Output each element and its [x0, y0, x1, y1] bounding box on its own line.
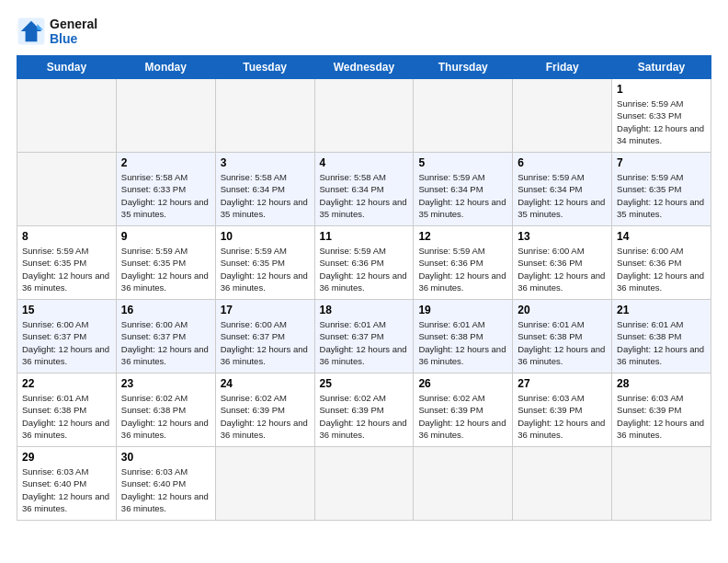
calendar-day-cell: 17Sunrise: 6:00 AMSunset: 6:37 PMDayligh… — [215, 300, 314, 373]
day-info: Sunrise: 6:01 AMSunset: 6:38 PMDaylight:… — [518, 318, 607, 367]
day-info: Sunrise: 5:59 AMSunset: 6:33 PMDaylight:… — [617, 98, 706, 146]
day-of-week-header: Friday — [513, 56, 612, 79]
calendar-day-cell: 9Sunrise: 5:59 AMSunset: 6:35 PMDaylight… — [116, 226, 215, 300]
calendar-day-cell: 26Sunrise: 6:02 AMSunset: 6:39 PMDayligh… — [414, 373, 513, 447]
day-info: Sunrise: 5:59 AMSunset: 6:36 PMDaylight:… — [320, 245, 409, 293]
day-number: 1 — [617, 83, 706, 96]
page: General Blue SundayMondayTuesdayWednesda… — [0, 0, 728, 563]
day-info: Sunrise: 5:59 AMSunset: 6:36 PMDaylight:… — [418, 245, 507, 293]
day-number: 26 — [418, 377, 507, 390]
calendar-day-cell: 18Sunrise: 6:01 AMSunset: 6:37 PMDayligh… — [314, 300, 414, 373]
day-number: 24 — [221, 377, 310, 390]
day-info: Sunrise: 5:58 AMSunset: 6:33 PMDaylight:… — [121, 171, 210, 220]
day-info: Sunrise: 6:02 AMSunset: 6:39 PMDaylight:… — [418, 392, 507, 441]
day-info: Sunrise: 6:03 AMSunset: 6:39 PMDaylight:… — [617, 392, 706, 441]
calendar-day-cell: 1Sunrise: 5:59 AMSunset: 6:33 PMDaylight… — [612, 79, 711, 153]
calendar-day-cell: 6Sunrise: 5:59 AMSunset: 6:34 PMDaylight… — [513, 153, 612, 226]
calendar-day-cell: 25Sunrise: 6:02 AMSunset: 6:39 PMDayligh… — [314, 373, 414, 447]
calendar-day-cell: 10Sunrise: 5:59 AMSunset: 6:35 PMDayligh… — [215, 226, 314, 300]
day-info: Sunrise: 6:02 AMSunset: 6:39 PMDaylight:… — [221, 392, 310, 441]
day-number: 22 — [22, 377, 111, 390]
calendar-day-cell: 12Sunrise: 5:59 AMSunset: 6:36 PMDayligh… — [414, 226, 513, 300]
day-info: Sunrise: 6:02 AMSunset: 6:38 PMDaylight:… — [121, 392, 210, 441]
day-info: Sunrise: 6:00 AMSunset: 6:36 PMDaylight:… — [518, 245, 607, 293]
calendar-day-cell: 13Sunrise: 6:00 AMSunset: 6:36 PMDayligh… — [513, 226, 612, 300]
day-number: 10 — [221, 230, 310, 243]
day-of-week-header: Sunday — [17, 56, 117, 79]
calendar-week-row: 2Sunrise: 5:58 AMSunset: 6:33 PMDaylight… — [17, 153, 711, 226]
day-info: Sunrise: 6:00 AMSunset: 6:37 PMDaylight:… — [22, 318, 111, 367]
calendar-day-cell: 23Sunrise: 6:02 AMSunset: 6:38 PMDayligh… — [116, 373, 215, 447]
day-number: 27 — [518, 377, 607, 390]
day-number: 25 — [320, 377, 409, 390]
calendar-day-cell — [17, 79, 117, 153]
calendar-day-cell: 14Sunrise: 6:00 AMSunset: 6:36 PMDayligh… — [612, 226, 711, 300]
calendar-header-row: SundayMondayTuesdayWednesdayThursdayFrid… — [17, 56, 711, 79]
calendar-day-cell: 8Sunrise: 5:59 AMSunset: 6:35 PMDaylight… — [17, 226, 117, 300]
calendar-day-cell — [215, 447, 314, 521]
day-number: 23 — [121, 377, 210, 390]
header: General Blue — [17, 17, 711, 46]
calendar-day-cell: 16Sunrise: 6:00 AMSunset: 6:37 PMDayligh… — [116, 300, 215, 373]
day-number: 13 — [518, 230, 607, 243]
calendar-day-cell — [215, 79, 314, 153]
calendar-day-cell: 5Sunrise: 5:59 AMSunset: 6:34 PMDaylight… — [414, 153, 513, 226]
day-info: Sunrise: 5:59 AMSunset: 6:34 PMDaylight:… — [418, 171, 507, 220]
calendar-day-cell — [414, 79, 513, 153]
day-info: Sunrise: 6:01 AMSunset: 6:38 PMDaylight:… — [22, 392, 111, 441]
calendar-week-row: 1Sunrise: 5:59 AMSunset: 6:33 PMDaylight… — [17, 79, 711, 153]
day-info: Sunrise: 6:01 AMSunset: 6:38 PMDaylight:… — [617, 318, 706, 367]
calendar-day-cell: 30Sunrise: 6:03 AMSunset: 6:40 PMDayligh… — [116, 447, 215, 521]
calendar-day-cell: 4Sunrise: 5:58 AMSunset: 6:34 PMDaylight… — [314, 153, 414, 226]
day-info: Sunrise: 6:03 AMSunset: 6:39 PMDaylight:… — [518, 392, 607, 441]
day-number: 29 — [22, 451, 111, 464]
day-number: 12 — [418, 230, 507, 243]
calendar-week-row: 8Sunrise: 5:59 AMSunset: 6:35 PMDaylight… — [17, 226, 711, 300]
calendar-day-cell: 29Sunrise: 6:03 AMSunset: 6:40 PMDayligh… — [17, 447, 117, 521]
day-number: 8 — [22, 230, 111, 243]
day-info: Sunrise: 5:59 AMSunset: 6:34 PMDaylight:… — [518, 171, 607, 220]
day-info: Sunrise: 6:03 AMSunset: 6:40 PMDaylight:… — [121, 465, 210, 514]
calendar-week-row: 15Sunrise: 6:00 AMSunset: 6:37 PMDayligh… — [17, 300, 711, 373]
day-number: 7 — [617, 156, 706, 169]
day-number: 20 — [518, 304, 607, 316]
logo: General Blue — [17, 17, 97, 46]
calendar-day-cell: 11Sunrise: 5:59 AMSunset: 6:36 PMDayligh… — [314, 226, 414, 300]
day-info: Sunrise: 6:01 AMSunset: 6:37 PMDaylight:… — [320, 318, 409, 367]
calendar-day-cell: 28Sunrise: 6:03 AMSunset: 6:39 PMDayligh… — [612, 373, 711, 447]
day-number: 15 — [22, 304, 111, 316]
day-info: Sunrise: 6:00 AMSunset: 6:36 PMDaylight:… — [617, 245, 706, 293]
calendar-week-row: 22Sunrise: 6:01 AMSunset: 6:38 PMDayligh… — [17, 373, 711, 447]
day-info: Sunrise: 6:03 AMSunset: 6:40 PMDaylight:… — [22, 465, 111, 514]
calendar-day-cell: 15Sunrise: 6:00 AMSunset: 6:37 PMDayligh… — [17, 300, 117, 373]
day-number: 3 — [221, 156, 310, 169]
calendar-week-row: 29Sunrise: 6:03 AMSunset: 6:40 PMDayligh… — [17, 447, 711, 521]
day-info: Sunrise: 5:58 AMSunset: 6:34 PMDaylight:… — [320, 171, 409, 220]
day-number: 19 — [418, 304, 507, 316]
calendar-day-cell: 7Sunrise: 5:59 AMSunset: 6:35 PMDaylight… — [612, 153, 711, 226]
day-number: 14 — [617, 230, 706, 243]
day-number: 17 — [221, 304, 310, 316]
day-info: Sunrise: 6:02 AMSunset: 6:39 PMDaylight:… — [320, 392, 409, 441]
logo-icon — [17, 17, 46, 46]
calendar-day-cell: 20Sunrise: 6:01 AMSunset: 6:38 PMDayligh… — [513, 300, 612, 373]
calendar-day-cell: 21Sunrise: 6:01 AMSunset: 6:38 PMDayligh… — [612, 300, 711, 373]
day-of-week-header: Monday — [116, 56, 215, 79]
day-number: 5 — [418, 156, 507, 169]
calendar-day-cell: 3Sunrise: 5:58 AMSunset: 6:34 PMDaylight… — [215, 153, 314, 226]
day-of-week-header: Wednesday — [314, 56, 414, 79]
calendar-day-cell — [513, 79, 612, 153]
day-number: 28 — [617, 377, 706, 390]
day-info: Sunrise: 6:01 AMSunset: 6:38 PMDaylight:… — [418, 318, 507, 367]
calendar-day-cell — [314, 447, 414, 521]
calendar-day-cell: 24Sunrise: 6:02 AMSunset: 6:39 PMDayligh… — [215, 373, 314, 447]
day-of-week-header: Thursday — [414, 56, 513, 79]
day-info: Sunrise: 5:59 AMSunset: 6:35 PMDaylight:… — [617, 171, 706, 220]
calendar-day-cell: 19Sunrise: 6:01 AMSunset: 6:38 PMDayligh… — [414, 300, 513, 373]
logo-text: General Blue — [50, 17, 97, 46]
calendar-day-cell: 2Sunrise: 5:58 AMSunset: 6:33 PMDaylight… — [116, 153, 215, 226]
calendar-day-cell — [116, 79, 215, 153]
calendar-table: SundayMondayTuesdayWednesdayThursdayFrid… — [17, 55, 711, 521]
day-info: Sunrise: 6:00 AMSunset: 6:37 PMDaylight:… — [221, 318, 310, 367]
day-info: Sunrise: 6:00 AMSunset: 6:37 PMDaylight:… — [121, 318, 210, 367]
